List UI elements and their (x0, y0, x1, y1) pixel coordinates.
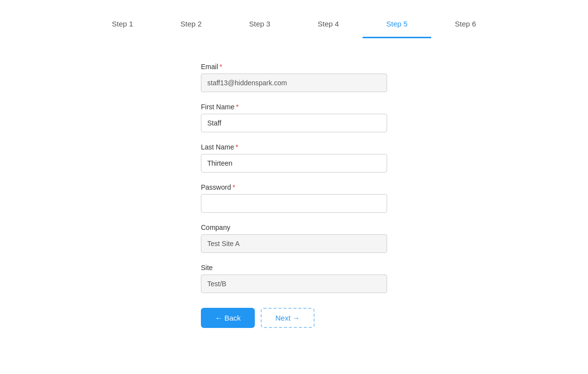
form-container: Email* First Name* Last Name* Password* … (172, 53, 416, 338)
step-5[interactable]: Step 5 (363, 20, 431, 38)
site-group: Site (201, 264, 387, 293)
email-required-star: * (220, 63, 222, 71)
step-4[interactable]: Step 4 (294, 20, 363, 38)
email-group: Email* (201, 63, 387, 92)
password-group: Password* (201, 183, 387, 213)
firstname-group: First Name* (201, 103, 387, 132)
password-required-star: * (232, 183, 235, 191)
next-button[interactable]: Next → (261, 308, 315, 328)
company-label: Company (201, 224, 387, 231)
lastname-group: Last Name* (201, 143, 387, 173)
lastname-required-star: * (236, 143, 238, 151)
site-input[interactable] (201, 274, 387, 293)
step-3[interactable]: Step 3 (225, 20, 294, 38)
company-input[interactable] (201, 234, 387, 253)
firstname-required-star: * (236, 103, 238, 111)
password-input[interactable] (201, 194, 387, 213)
button-group: ← Back Next → (201, 308, 387, 328)
firstname-label: First Name* (201, 103, 387, 111)
lastname-label: Last Name* (201, 143, 387, 151)
email-input[interactable] (201, 74, 387, 92)
lastname-input[interactable] (201, 154, 387, 173)
email-label: Email* (201, 63, 387, 71)
step-6[interactable]: Step 6 (431, 20, 500, 38)
step-1[interactable]: Step 1 (88, 20, 157, 38)
stepper: Step 1 Step 2 Step 3 Step 4 Step 5 Step … (0, 0, 588, 53)
password-label: Password* (201, 183, 387, 191)
company-group: Company (201, 224, 387, 253)
step-2[interactable]: Step 2 (157, 20, 225, 38)
back-button[interactable]: ← Back (201, 308, 255, 328)
site-label: Site (201, 264, 387, 272)
firstname-input[interactable] (201, 114, 387, 132)
